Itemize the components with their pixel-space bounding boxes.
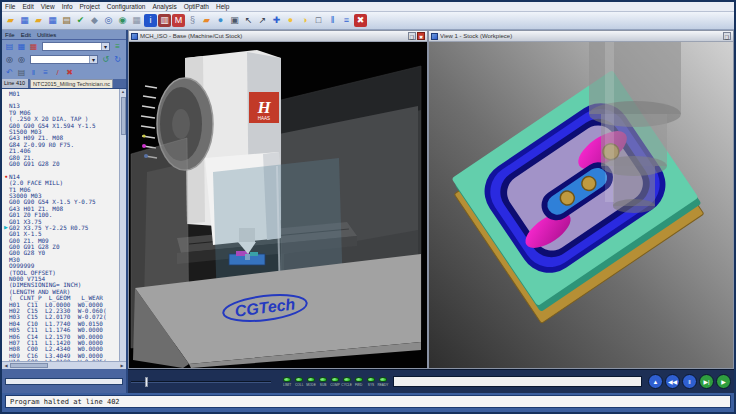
menu-item[interactable]: Project [80, 3, 100, 10]
nc-progress-zone [2, 369, 128, 393]
rotate-ccw-icon[interactable]: ↺ [100, 54, 111, 65]
stock-3d-viewport[interactable] [429, 42, 733, 368]
rewind-button[interactable]: ◀◀ [665, 374, 680, 389]
skip-slash-icon[interactable]: / [52, 67, 63, 78]
stock-3d-scene [429, 42, 733, 368]
nc-panel-menu-item[interactable]: File [5, 32, 15, 38]
nc-panel-menu-item[interactable]: Edit [21, 32, 31, 38]
tab-nc-program[interactable]: NTC2015_Milling Technician.nc [30, 79, 113, 88]
stack-lines-icon[interactable]: ≡ [40, 67, 51, 78]
stock-view-window: View 1 - Stock (Workpiece) [428, 30, 734, 369]
zoom-window-icon[interactable]: ◎ [102, 14, 115, 27]
restore-window-button[interactable] [408, 32, 416, 40]
scroll-up-icon[interactable]: ▲ [121, 89, 125, 95]
scrollbar-thumb[interactable] [121, 97, 126, 135]
status-led: MODE [305, 377, 317, 387]
gcode-listing[interactable]: M01 N13 [2, 89, 119, 361]
world-view-icon[interactable]: ● [214, 14, 227, 27]
measure-icon[interactable]: ◉ [116, 14, 129, 27]
nc-search-combo[interactable] [30, 55, 98, 64]
status-led: READY [377, 377, 389, 387]
line-list-icon[interactable]: ≡ [112, 41, 123, 52]
led-label: SYS [368, 382, 374, 386]
search-next-icon[interactable]: ◎ [16, 54, 27, 65]
nc-remove-icon[interactable]: ▦ [28, 41, 39, 52]
calculator-icon[interactable]: ▦ [130, 14, 143, 27]
slider-thumb[interactable] [145, 377, 148, 387]
nc-panel-menu-item[interactable]: Utilities [37, 32, 56, 38]
pane-split-horizontal-icon[interactable]: ≡ [340, 14, 353, 27]
svg-text:H: H [256, 98, 271, 117]
led-indicator-icon [331, 377, 339, 382]
haas-logo: H HAAS [249, 92, 279, 123]
menu-item[interactable]: File [5, 3, 15, 10]
close-window-icon[interactable]: ✖ [354, 14, 367, 27]
step-button[interactable]: ▶| [699, 374, 714, 389]
file-summary-icon[interactable]: ▤ [60, 14, 73, 27]
simulation-progress-field [393, 376, 642, 387]
maximize-window-button[interactable] [723, 32, 731, 40]
layout-single-icon[interactable]: ● [284, 14, 297, 27]
pick-arrow-icon[interactable]: ↖ [242, 14, 255, 27]
undo-icon[interactable]: ↶ [4, 67, 15, 78]
menu-item[interactable]: Analysis [152, 3, 176, 10]
vertical-scrollbar[interactable]: ▲ [119, 89, 126, 361]
status-message: Program halted at line 402 [5, 395, 731, 408]
nc-file-combo[interactable] [42, 42, 110, 51]
save-project-icon[interactable]: ▦ [18, 14, 31, 27]
x-caliper-icon[interactable]: M [172, 14, 185, 27]
menu-item[interactable]: Info [62, 3, 73, 10]
tool-manager-icon[interactable]: ◆ [88, 14, 101, 27]
snapshot-icon[interactable]: ▣ [228, 14, 241, 27]
nc-info-icon[interactable]: i [144, 14, 157, 27]
led-label: READY [377, 382, 388, 386]
project-review-icon[interactable]: ✔ [74, 14, 87, 27]
print-icon[interactable]: ▤ [16, 67, 27, 78]
search-icon[interactable]: ◎ [4, 54, 15, 65]
nc-file-icon[interactable]: ▤ [4, 41, 15, 52]
optipath-icon[interactable]: ▰ [200, 14, 213, 27]
fit-view-icon[interactable]: ✚ [270, 14, 283, 27]
pick-arrow-alt-icon[interactable]: ↗ [256, 14, 269, 27]
nc-progress-bar [5, 378, 123, 385]
open-file-icon[interactable]: ▰ [32, 14, 45, 27]
open-project-icon[interactable]: ▰ [4, 14, 17, 27]
menu-item[interactable]: View [41, 3, 55, 10]
close-window-button[interactable] [417, 32, 425, 40]
nc-edit-icon[interactable]: ▦ [16, 41, 27, 52]
speed-slider[interactable] [131, 375, 271, 389]
scrollbar-thumb[interactable] [10, 363, 48, 368]
line-indicator: Line 410 [2, 79, 28, 88]
machine-window-titlebar[interactable]: MCH_ISO - Base (Machine/Cut Stock) [129, 31, 427, 42]
svg-text:HAAS: HAAS [258, 116, 270, 121]
row1-icons: ▤▦▦ [4, 41, 40, 52]
horizontal-scrollbar[interactable]: ◀ ▶ [2, 361, 126, 369]
pane-split-vertical-icon[interactable]: ‖ [326, 14, 339, 27]
section-icon[interactable]: § [186, 14, 199, 27]
stock-window-titlebar[interactable]: View 1 - Stock (Workpiece) [429, 31, 733, 42]
menu-item[interactable]: OptiPath [184, 3, 209, 10]
status-bar: Program halted at line 402 [2, 393, 734, 412]
close-nc-icon[interactable]: ✖ [64, 67, 75, 78]
pause-lines-icon[interactable]: ‖ [28, 67, 39, 78]
scroll-right-icon[interactable]: ▶ [119, 363, 125, 368]
save-file-icon[interactable]: ▦ [46, 14, 59, 27]
menu-item[interactable]: Configuration [107, 3, 146, 10]
rotate-cw-icon[interactable]: ↻ [112, 54, 123, 65]
led-label: LIMIT [283, 382, 291, 386]
scroll-left-icon[interactable]: ◀ [3, 363, 9, 368]
main-menubar: File Edit View Info Project Configuratio… [2, 2, 734, 12]
machine-3d-viewport[interactable]: H HAAS [129, 42, 427, 368]
layout-dual-icon[interactable]: ◑ [298, 14, 311, 27]
play-button[interactable]: ▶ [716, 374, 731, 389]
pane-single-icon[interactable]: □ [312, 14, 325, 27]
nc-program-panel: File Edit Utilities ▤▦▦ ≡ ◎◎ [2, 30, 128, 369]
gcode-area: M01 N13 [2, 89, 126, 361]
menu-item[interactable]: Help [216, 3, 229, 10]
menu-item[interactable]: Edit [22, 3, 33, 10]
led-indicator-icon [307, 377, 315, 382]
reset-button[interactable]: ▲ [648, 374, 663, 389]
pause-button[interactable]: ‖ [682, 374, 697, 389]
graphs-icon[interactable]: ▥ [158, 14, 171, 27]
led-indicator-icon [319, 377, 327, 382]
